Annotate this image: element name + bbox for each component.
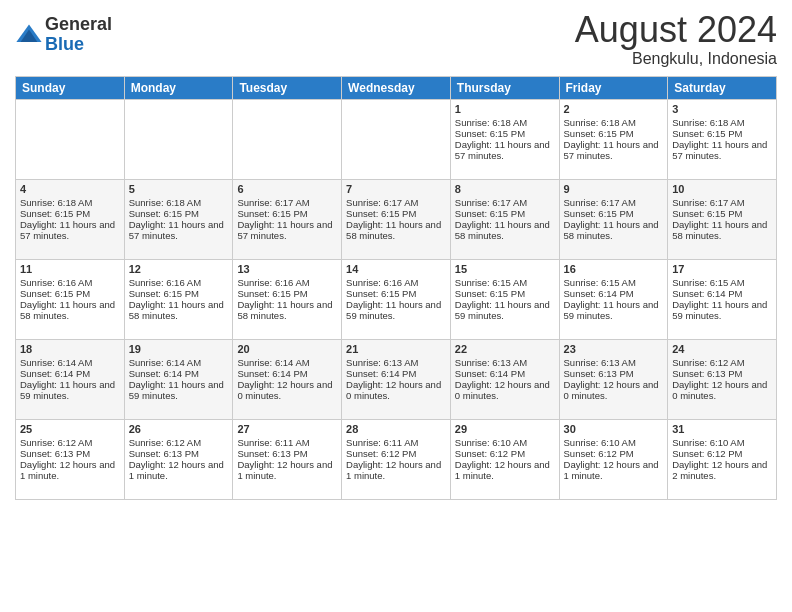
- calendar-cell: 6Sunrise: 6:17 AMSunset: 6:15 PMDaylight…: [233, 179, 342, 259]
- calendar-cell: 9Sunrise: 6:17 AMSunset: 6:15 PMDaylight…: [559, 179, 668, 259]
- logo-blue: Blue: [45, 34, 84, 54]
- day-info: Sunrise: 6:16 AM: [346, 277, 446, 288]
- day-info: Daylight: 11 hours and 58 minutes.: [672, 219, 772, 241]
- day-number: 21: [346, 343, 446, 355]
- day-info: Sunrise: 6:10 AM: [455, 437, 555, 448]
- day-info: Sunrise: 6:18 AM: [455, 117, 555, 128]
- day-number: 20: [237, 343, 337, 355]
- day-info: Sunrise: 6:11 AM: [346, 437, 446, 448]
- day-number: 3: [672, 103, 772, 115]
- day-info: Sunset: 6:15 PM: [237, 288, 337, 299]
- day-info: Daylight: 12 hours and 1 minute.: [129, 459, 229, 481]
- day-info: Sunrise: 6:11 AM: [237, 437, 337, 448]
- day-number: 7: [346, 183, 446, 195]
- day-number: 16: [564, 263, 664, 275]
- day-number: 29: [455, 423, 555, 435]
- day-info: Sunset: 6:15 PM: [129, 288, 229, 299]
- day-info: Sunset: 6:15 PM: [672, 208, 772, 219]
- day-info: Sunset: 6:14 PM: [129, 368, 229, 379]
- calendar-cell: 24Sunrise: 6:12 AMSunset: 6:13 PMDayligh…: [668, 339, 777, 419]
- day-info: Sunset: 6:15 PM: [346, 288, 446, 299]
- calendar-cell: 15Sunrise: 6:15 AMSunset: 6:15 PMDayligh…: [450, 259, 559, 339]
- day-info: Daylight: 12 hours and 2 minutes.: [672, 459, 772, 481]
- calendar-week-0: 1Sunrise: 6:18 AMSunset: 6:15 PMDaylight…: [16, 99, 777, 179]
- day-info: Daylight: 11 hours and 58 minutes.: [455, 219, 555, 241]
- calendar-cell: 27Sunrise: 6:11 AMSunset: 6:13 PMDayligh…: [233, 419, 342, 499]
- day-number: 8: [455, 183, 555, 195]
- day-info: Daylight: 12 hours and 1 minute.: [346, 459, 446, 481]
- calendar-cell: 20Sunrise: 6:14 AMSunset: 6:14 PMDayligh…: [233, 339, 342, 419]
- day-info: Sunset: 6:15 PM: [346, 208, 446, 219]
- day-info: Sunset: 6:15 PM: [455, 208, 555, 219]
- calendar-cell: 3Sunrise: 6:18 AMSunset: 6:15 PMDaylight…: [668, 99, 777, 179]
- day-info: Sunrise: 6:18 AM: [20, 197, 120, 208]
- calendar-cell: 10Sunrise: 6:17 AMSunset: 6:15 PMDayligh…: [668, 179, 777, 259]
- day-info: Sunrise: 6:16 AM: [20, 277, 120, 288]
- day-number: 25: [20, 423, 120, 435]
- day-info: Sunrise: 6:15 AM: [564, 277, 664, 288]
- calendar-cell: [342, 99, 451, 179]
- day-info: Sunset: 6:13 PM: [564, 368, 664, 379]
- col-saturday: Saturday: [668, 76, 777, 99]
- day-number: 17: [672, 263, 772, 275]
- day-info: Sunset: 6:13 PM: [672, 368, 772, 379]
- day-info: Sunset: 6:14 PM: [20, 368, 120, 379]
- calendar-cell: 21Sunrise: 6:13 AMSunset: 6:14 PMDayligh…: [342, 339, 451, 419]
- day-info: Sunset: 6:12 PM: [346, 448, 446, 459]
- calendar-week-3: 18Sunrise: 6:14 AMSunset: 6:14 PMDayligh…: [16, 339, 777, 419]
- day-number: 11: [20, 263, 120, 275]
- calendar-cell: 11Sunrise: 6:16 AMSunset: 6:15 PMDayligh…: [16, 259, 125, 339]
- day-number: 4: [20, 183, 120, 195]
- day-info: Daylight: 11 hours and 58 minutes.: [129, 299, 229, 321]
- col-thursday: Thursday: [450, 76, 559, 99]
- calendar-cell: 19Sunrise: 6:14 AMSunset: 6:14 PMDayligh…: [124, 339, 233, 419]
- day-info: Daylight: 11 hours and 57 minutes.: [129, 219, 229, 241]
- day-number: 2: [564, 103, 664, 115]
- day-number: 15: [455, 263, 555, 275]
- day-info: Daylight: 11 hours and 59 minutes.: [129, 379, 229, 401]
- day-info: Sunset: 6:14 PM: [672, 288, 772, 299]
- day-info: Daylight: 11 hours and 58 minutes.: [346, 219, 446, 241]
- day-number: 10: [672, 183, 772, 195]
- calendar-table: Sunday Monday Tuesday Wednesday Thursday…: [15, 76, 777, 500]
- day-number: 30: [564, 423, 664, 435]
- day-info: Daylight: 11 hours and 59 minutes.: [564, 299, 664, 321]
- day-info: Sunset: 6:13 PM: [237, 448, 337, 459]
- day-info: Sunset: 6:15 PM: [237, 208, 337, 219]
- day-info: Daylight: 11 hours and 57 minutes.: [455, 139, 555, 161]
- day-info: Sunset: 6:15 PM: [672, 128, 772, 139]
- day-info: Daylight: 11 hours and 58 minutes.: [564, 219, 664, 241]
- calendar-cell: 26Sunrise: 6:12 AMSunset: 6:13 PMDayligh…: [124, 419, 233, 499]
- day-info: Sunrise: 6:15 AM: [455, 277, 555, 288]
- day-info: Daylight: 11 hours and 58 minutes.: [20, 299, 120, 321]
- day-info: Sunset: 6:13 PM: [20, 448, 120, 459]
- col-friday: Friday: [559, 76, 668, 99]
- month-year: August 2024: [575, 10, 777, 50]
- day-number: 27: [237, 423, 337, 435]
- calendar-cell: 28Sunrise: 6:11 AMSunset: 6:12 PMDayligh…: [342, 419, 451, 499]
- day-info: Sunrise: 6:18 AM: [129, 197, 229, 208]
- location: Bengkulu, Indonesia: [575, 50, 777, 68]
- calendar-cell: [16, 99, 125, 179]
- day-number: 22: [455, 343, 555, 355]
- day-number: 24: [672, 343, 772, 355]
- day-number: 6: [237, 183, 337, 195]
- day-number: 12: [129, 263, 229, 275]
- day-info: Sunset: 6:15 PM: [564, 128, 664, 139]
- calendar-cell: 30Sunrise: 6:10 AMSunset: 6:12 PMDayligh…: [559, 419, 668, 499]
- calendar-cell: 5Sunrise: 6:18 AMSunset: 6:15 PMDaylight…: [124, 179, 233, 259]
- day-info: Sunrise: 6:14 AM: [20, 357, 120, 368]
- day-info: Sunrise: 6:17 AM: [237, 197, 337, 208]
- day-info: Sunset: 6:14 PM: [346, 368, 446, 379]
- calendar-cell: 4Sunrise: 6:18 AMSunset: 6:15 PMDaylight…: [16, 179, 125, 259]
- day-info: Sunrise: 6:13 AM: [455, 357, 555, 368]
- day-info: Daylight: 12 hours and 0 minutes.: [455, 379, 555, 401]
- day-info: Sunset: 6:15 PM: [129, 208, 229, 219]
- day-number: 26: [129, 423, 229, 435]
- day-info: Sunrise: 6:16 AM: [129, 277, 229, 288]
- calendar-cell: 23Sunrise: 6:13 AMSunset: 6:13 PMDayligh…: [559, 339, 668, 419]
- title-block: August 2024 Bengkulu, Indonesia: [575, 10, 777, 68]
- calendar-cell: 17Sunrise: 6:15 AMSunset: 6:14 PMDayligh…: [668, 259, 777, 339]
- day-info: Sunrise: 6:17 AM: [346, 197, 446, 208]
- day-info: Sunset: 6:12 PM: [564, 448, 664, 459]
